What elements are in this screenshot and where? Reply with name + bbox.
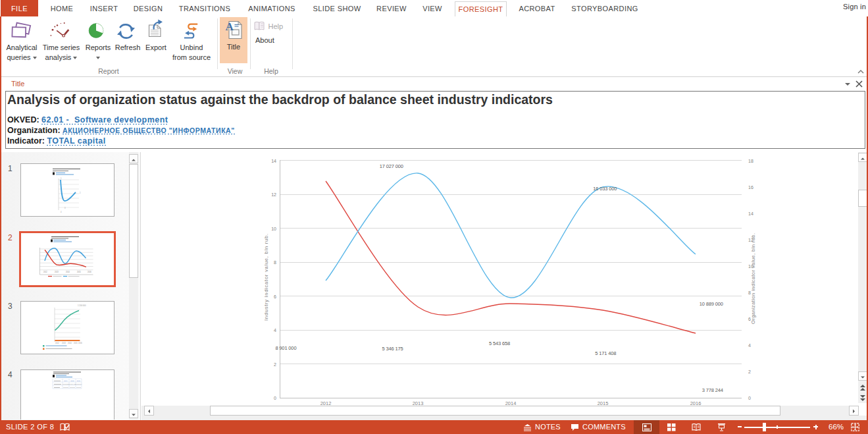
svg-text:Industry indicator value, bln: Industry indicator value, bln rub. <box>263 234 269 321</box>
svg-text:2012: 2012 <box>320 400 332 406</box>
svg-text:8 901 000: 8 901 000 <box>275 345 296 351</box>
svg-text:5 346 175: 5 346 175 <box>382 346 403 352</box>
svg-text:6: 6 <box>274 294 276 299</box>
svg-text:2015: 2015 <box>74 342 78 344</box>
svg-text:2015: 2015 <box>77 271 81 273</box>
svg-text:3: 3 <box>64 207 66 209</box>
svg-text:2016: 2016 <box>690 400 702 406</box>
svg-text:2013: 2013 <box>413 400 424 406</box>
svg-text:5 543 658: 5 543 658 <box>63 383 70 385</box>
svg-text:2013: 2013 <box>62 342 66 344</box>
svg-text:2013: 2013 <box>55 271 59 273</box>
svg-text:4: 4 <box>274 328 276 333</box>
svg-text:2014: 2014 <box>68 342 72 344</box>
svg-text:10: 10 <box>271 227 276 231</box>
svg-text:2016: 2016 <box>88 271 91 273</box>
svg-text:0: 0 <box>748 396 751 400</box>
svg-text:2016: 2016 <box>77 380 81 382</box>
svg-text:17 027 000: 17 027 000 <box>380 163 403 169</box>
svg-text:10 889 000: 10 889 000 <box>700 301 723 307</box>
svg-text:2014: 2014 <box>64 380 68 382</box>
svg-text:2012: 2012 <box>43 271 47 273</box>
svg-text:14: 14 <box>748 211 753 216</box>
svg-text:12: 12 <box>271 192 276 197</box>
svg-text:1: 1 <box>61 177 62 180</box>
svg-text:2: 2 <box>274 362 276 367</box>
svg-text:5 171 408: 5 171 408 <box>595 350 616 356</box>
svg-text:16: 16 <box>748 185 753 190</box>
svg-text:2: 2 <box>80 192 81 194</box>
svg-text:2015: 2015 <box>598 400 609 406</box>
svg-text:3 778 244: 3 778 244 <box>76 383 83 385</box>
svg-text:16 033 000: 16 033 000 <box>593 186 617 192</box>
svg-text:5 543 658: 5 543 658 <box>489 340 510 346</box>
svg-text:0: 0 <box>274 396 276 400</box>
svg-text:1 200 000: 1 200 000 <box>78 304 86 307</box>
svg-text:2014: 2014 <box>505 400 517 406</box>
svg-text:2014: 2014 <box>66 271 70 273</box>
svg-text:3 778 244: 3 778 244 <box>702 387 723 393</box>
svg-text:14: 14 <box>271 159 276 163</box>
svg-text:Organization indicator value,: Organization indicator value, bln rub. <box>750 233 756 324</box>
svg-text:4: 4 <box>748 343 751 348</box>
svg-text:4: 4 <box>61 211 62 213</box>
svg-text:2: 2 <box>748 369 751 374</box>
svg-text:8: 8 <box>274 260 276 265</box>
svg-text:2016: 2016 <box>78 342 82 344</box>
svg-text:A: A <box>226 20 234 33</box>
svg-text:2015: 2015 <box>70 380 74 382</box>
svg-text:18: 18 <box>748 159 753 163</box>
svg-text:2012: 2012 <box>55 342 59 344</box>
